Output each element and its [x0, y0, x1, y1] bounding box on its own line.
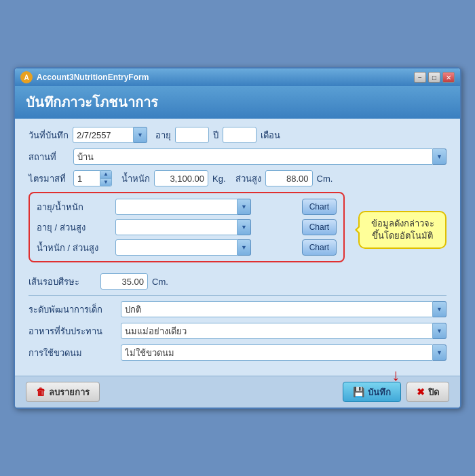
- month-label: เดือน: [261, 128, 280, 142]
- bottom-bar: 🗑 ลบรายการ ↓ 💾 บันทึก ✖ ปิด: [15, 376, 460, 408]
- cm-label-height: Cm.: [317, 174, 333, 184]
- close-button[interactable]: ✖ ปิด: [406, 382, 449, 402]
- date-label: วันที่บันทึก: [28, 128, 69, 142]
- right-buttons: ↓ 💾 บันทึก ✖ ปิด: [343, 382, 449, 402]
- height-input[interactable]: [265, 170, 313, 186]
- age-weight-label: อายุ/น้ำหนัก: [37, 200, 111, 214]
- date-input-group: ▼: [73, 127, 147, 143]
- age-weight-dropdown-btn[interactable]: ▼: [238, 199, 251, 215]
- age-weight-row: อายุ/น้ำหนัก ▼ Chart: [37, 199, 337, 215]
- delete-icon: 🗑: [36, 386, 45, 397]
- dev-level-input[interactable]: [121, 301, 433, 317]
- trimester-row: ไตรมาสที่ ▲ ▼ น้ำหนัก Kg. ส่วนสูง Cm.: [28, 170, 446, 186]
- maximize-button[interactable]: □: [428, 72, 440, 83]
- year-label: ปี: [213, 128, 218, 142]
- page-title: บันทึกภาวะโภชนาการ: [15, 86, 460, 119]
- age-weight-input[interactable]: [115, 199, 238, 215]
- trimester-input[interactable]: [73, 170, 100, 186]
- trimester-spinner: ▲ ▼: [100, 170, 112, 186]
- location-input-group: ▼: [73, 148, 446, 165]
- save-btn-label: บันทึก: [368, 385, 391, 399]
- trimester-label: ไตรมาสที่: [28, 172, 69, 186]
- date-row: วันที่บันทึก ▼ อายุ ปี เดือน: [28, 127, 446, 143]
- weight-height-input[interactable]: [115, 239, 238, 256]
- close-window-button[interactable]: ✕: [442, 72, 455, 83]
- trimester-input-group: ▲ ▼: [73, 170, 112, 186]
- arrow-down-icon: ↓: [392, 367, 400, 383]
- bottle-dropdown-btn[interactable]: ▼: [433, 344, 446, 361]
- bottle-input-group: ▼: [121, 344, 446, 361]
- age-height-chart-btn[interactable]: Chart: [302, 219, 337, 235]
- location-dropdown-btn[interactable]: ▼: [433, 148, 446, 165]
- weight-height-chart-btn[interactable]: Chart: [302, 239, 337, 256]
- waist-label: เส้นรอบศีรษะ: [28, 275, 96, 289]
- weight-height-label: น้ำหนัก / ส่วนสูง: [37, 241, 111, 255]
- weight-label: น้ำหนัก: [121, 172, 150, 186]
- tooltip-bubble: ข้อมูลดังกล่าวจะขึ้นโดยอัตโนมัติ: [358, 211, 446, 249]
- weight-height-row: น้ำหนัก / ส่วนสูง ▼ Chart: [37, 239, 337, 256]
- location-input[interactable]: [73, 148, 433, 165]
- kg-label: Kg.: [212, 174, 226, 184]
- main-window: A Account3NutritionEntryForm − □ ✕ บันทึ…: [14, 67, 461, 409]
- food-input[interactable]: [121, 323, 433, 339]
- food-dropdown-btn[interactable]: ▼: [433, 323, 446, 339]
- waist-row: เส้นรอบศีรษะ Cm.: [28, 273, 446, 290]
- date-dropdown-btn[interactable]: ▼: [134, 127, 147, 143]
- food-label: อาหารที่รับประทาน: [28, 324, 117, 338]
- window-title: Account3NutritionEntryForm: [37, 73, 410, 82]
- age-height-label: อายุ / ส่วนสูง: [37, 220, 111, 235]
- age-year-input[interactable]: [175, 127, 209, 143]
- weight-height-dropdown-btn[interactable]: ▼: [238, 239, 251, 256]
- age-weight-input-group: ▼: [115, 199, 298, 215]
- location-row: สถานที่ ▼: [28, 148, 446, 165]
- age-height-input-group: ▼: [115, 219, 298, 235]
- date-input[interactable]: [73, 127, 134, 143]
- food-input-group: ▼: [121, 323, 446, 339]
- title-bar: A Account3NutritionEntryForm − □ ✕: [15, 68, 460, 86]
- app-icon: A: [20, 71, 33, 83]
- waist-input[interactable]: [100, 273, 148, 290]
- age-height-row: อายุ / ส่วนสูง ▼ Chart: [37, 219, 337, 235]
- location-label: สถานที่: [28, 150, 69, 164]
- age-height-input[interactable]: [115, 219, 238, 235]
- window-controls: − □ ✕: [414, 72, 455, 83]
- weight-height-input-group: ▼: [115, 239, 298, 256]
- chart-section: อายุ/น้ำหนัก ▼ Chart อายุ / ส่วนสูง ▼ Ch…: [28, 192, 345, 262]
- bottle-row: การใช้ขวดนม ▼: [28, 344, 446, 361]
- close-icon: ✖: [417, 386, 425, 397]
- form-content: วันที่บันทึก ▼ อายุ ปี เดือน สถานที่ ▼ ไ…: [15, 119, 460, 376]
- divider: [28, 295, 446, 296]
- delete-button[interactable]: 🗑 ลบรายการ: [26, 382, 100, 402]
- waist-unit-label: Cm.: [152, 277, 168, 287]
- food-row: อาหารที่รับประทาน ▼: [28, 323, 446, 339]
- dev-level-label: ระดับพัฒนาการเด็ก: [28, 302, 117, 317]
- bottle-input[interactable]: [121, 344, 433, 361]
- bottle-label: การใช้ขวดนม: [28, 346, 117, 360]
- minimize-button[interactable]: −: [414, 72, 426, 83]
- weight-input[interactable]: [154, 170, 208, 186]
- age-label: อายุ: [155, 128, 171, 142]
- close-btn-label: ปิด: [428, 385, 439, 399]
- dev-level-row: ระดับพัฒนาการเด็ก ▼: [28, 301, 446, 317]
- save-icon: 💾: [353, 386, 364, 397]
- delete-btn-label: ลบรายการ: [49, 385, 90, 399]
- trimester-down-btn[interactable]: ▼: [100, 179, 111, 186]
- trimester-up-btn[interactable]: ▲: [100, 171, 111, 179]
- age-height-dropdown-btn[interactable]: ▼: [238, 219, 251, 235]
- age-month-input[interactable]: [223, 127, 256, 143]
- height-label: ส่วนสูง: [235, 172, 261, 186]
- dev-level-input-group: ▼: [121, 301, 446, 317]
- dev-level-dropdown-btn[interactable]: ▼: [433, 301, 446, 317]
- age-weight-chart-btn[interactable]: Chart: [302, 199, 337, 215]
- save-button[interactable]: 💾 บันทึก: [343, 382, 401, 402]
